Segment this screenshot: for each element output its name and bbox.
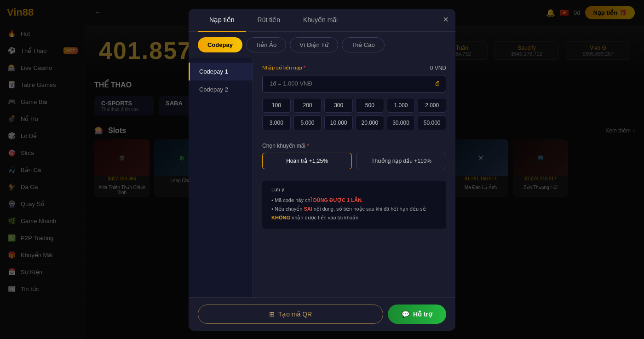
nap-tien-modal: Nạp tiền Rút tiền Khuyến mãi × Codepay T… [189, 9, 455, 331]
promo-section: Chọn khuyến mãi * Hoàn trả +1,25% Thưởng… [253, 143, 455, 174]
amount-preset-btn[interactable]: 200 [293, 98, 322, 113]
modal-footer: ⊞ Tạo mã QR 💬 Hỗ trợ [189, 297, 455, 331]
amount-preset-btn[interactable]: 300 [324, 98, 353, 113]
codepay-sidebar: Codepay 1 Codepay 2 [189, 58, 253, 297]
amount-label-row: Nhập số tiền nạp * 0 VND [262, 65, 446, 71]
amount-preset-btn[interactable]: 1.000 [387, 98, 415, 113]
codepay1-item[interactable]: Codepay 1 [189, 63, 253, 80]
qr-icon: ⊞ [269, 310, 275, 318]
amount-section: Nhập số tiền nạp * 0 VND đ 1002003005001… [253, 58, 455, 143]
modal-tab-bar: Nạp tiền Rút tiền Khuyến mãi × [189, 9, 455, 32]
highlight-red-1: DÙNG ĐƯỢC 1 LẦN. [313, 197, 363, 203]
promo-thuong-nap[interactable]: Thưởng nạp đầu +110% [356, 153, 446, 169]
support-button[interactable]: 💬 Hỗ trợ [388, 305, 446, 324]
currency-symbol: đ [435, 80, 439, 87]
highlight-red-2: SAI [304, 206, 312, 212]
amount-preset-btn[interactable]: 500 [356, 98, 384, 113]
promo-options-row: Hoàn trả +1,25% Thưởng nạp đầu +110% [262, 153, 446, 169]
promo-label: Chọn khuyến mãi * [262, 143, 446, 149]
note-item-2: • Nếu chuyển SAI nội dung, số tiền hoặc … [271, 205, 437, 222]
amount-preset-btn[interactable]: 5.000 [293, 115, 322, 130]
payment-type-codepay[interactable]: Codepay [198, 37, 242, 52]
amount-value-display: 0 VND [430, 65, 446, 71]
highlight-orange-1: KHÔNG [271, 215, 290, 220]
tab-khuyen-mai[interactable]: Khuyến mãi [292, 9, 349, 32]
amount-preset-btn[interactable]: 30.000 [387, 115, 415, 130]
amount-input-wrapper: đ [262, 75, 446, 92]
required-marker: * [304, 65, 305, 70]
modal-body: Codepay 1 Codepay 2 Nhập số tiền nạp * 0… [189, 58, 455, 297]
payment-type-tien-ao[interactable]: Tiền Ảo [246, 37, 286, 52]
amount-preset-btn[interactable]: 100 [262, 98, 291, 113]
modal-main-content: Nhập số tiền nạp * 0 VND đ 1002003005001… [253, 58, 455, 297]
modal-close-button[interactable]: × [443, 14, 448, 25]
amount-label-text: Nhập số tiền nạp * [262, 65, 305, 71]
tab-nap-tien[interactable]: Nạp tiền [198, 9, 246, 32]
promo-hoan-tra[interactable]: Hoàn trả +1,25% [262, 153, 352, 169]
amount-preset-btn[interactable]: 50.000 [418, 115, 446, 130]
codepay2-item[interactable]: Codepay 2 [189, 80, 253, 98]
promo-required: * [307, 143, 309, 149]
amount-preset-btn[interactable]: 20.000 [356, 115, 384, 130]
payment-type-the-cao[interactable]: Thẻ Cào [342, 37, 385, 52]
note-section: Lưu ý: • Mã code này chỉ DÙNG ĐƯỢC 1 LẦN… [262, 181, 446, 229]
amount-preset-btn[interactable]: 3.000 [262, 115, 291, 130]
tab-rut-tien[interactable]: Rút tiền [246, 9, 292, 32]
promo-hoan-tra-label: Hoàn trả +1,25% [286, 158, 328, 164]
qr-code-button[interactable]: ⊞ Tạo mã QR [198, 305, 383, 324]
amount-preset-btn[interactable]: 2.000 [418, 98, 446, 113]
amount-input-field[interactable] [270, 80, 435, 87]
promo-thuong-nap-label: Thưởng nạp đầu +110% [371, 158, 431, 164]
payment-type-vi-dien-tu[interactable]: Ví Điện Tử [290, 37, 338, 52]
support-icon: 💬 [402, 310, 409, 318]
note-item-1: • Mã code này chỉ DÙNG ĐƯỢC 1 LẦN. [271, 196, 437, 205]
amount-preset-btn[interactable]: 10.000 [324, 115, 353, 130]
support-btn-label: Hỗ trợ [413, 310, 432, 318]
amount-buttons-grid: 1002003005001.0002.0003.0005.00010.00020… [262, 98, 446, 130]
note-title: Lưu ý: [271, 185, 437, 194]
payment-type-row: Codepay Tiền Ảo Ví Điện Tử Thẻ Cào [189, 32, 455, 58]
qr-btn-label: Tạo mã QR [278, 310, 312, 318]
